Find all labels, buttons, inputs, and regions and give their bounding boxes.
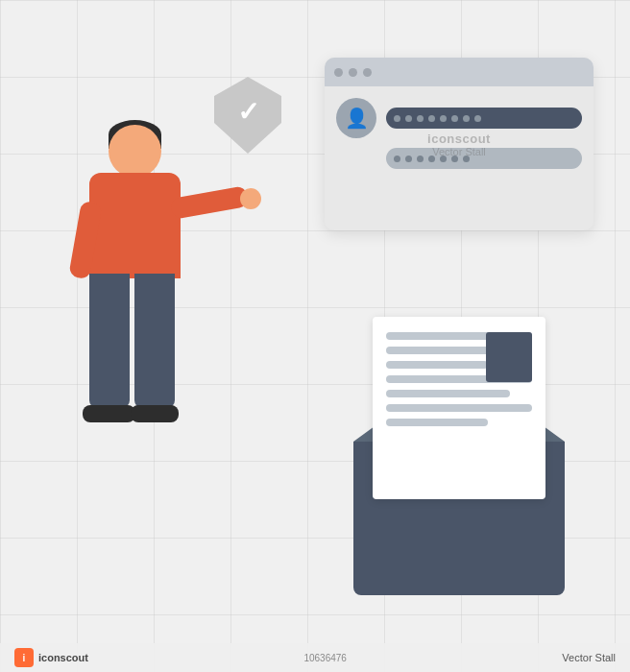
input-dot [428,115,435,122]
input-dot [451,115,458,122]
pass-dot [428,156,435,162]
browser-login-card: 👤 [325,58,594,230]
browser-content: 👤 [325,86,594,180]
shield-icon: ✓ [214,77,281,154]
letter-paper [373,317,545,499]
user-icon: 👤 [345,107,369,130]
main-container: ✓ 👤 [0,0,630,672]
login-password-row [336,148,582,169]
login-avatar: 👤 [336,98,376,138]
browser-dot-3 [363,68,372,77]
input-dot [440,115,447,122]
person-figure [56,125,209,547]
bottom-bar: i iconscout 10636476 Vector Stall [0,643,630,672]
person-hand-right [240,188,261,209]
shield-shape: ✓ [214,77,281,154]
person-pants-left [89,274,130,408]
person-arm-right [170,185,250,220]
brand-iconscout: i iconscout [14,648,88,667]
input-dot [405,115,412,122]
checkmark-icon: ✓ [237,96,259,128]
browser-titlebar [325,58,594,86]
login-username-row: 👤 [336,98,582,138]
pass-dot [451,156,458,162]
iconscout-logo: i [14,648,34,667]
envelope [353,374,565,595]
input-dot [394,115,400,122]
input-dot [463,115,470,122]
person-head [109,125,161,178]
letter-image-block [486,332,532,382]
input-dot [474,115,481,122]
letter-line [386,419,488,426]
pass-dot [394,156,400,162]
input-dot [417,115,424,122]
pass-dot [440,156,447,162]
person-body [89,173,181,278]
username-input-bar [386,108,582,129]
brand-name: iconscout [38,652,88,663]
illustration-scene: ✓ 👤 [36,48,594,624]
password-input-bar [386,148,582,169]
person-pants-right [134,274,175,408]
person-shoe-right [131,405,179,422]
letter-line [386,404,532,412]
pass-dot [463,156,470,162]
letter-line [386,361,488,369]
letter-line [386,390,510,397]
browser-dot-2 [349,68,357,77]
attribution-text: Vector Stall [562,652,616,663]
pass-dot [405,156,412,162]
asset-id: 10636476 [303,653,347,663]
browser-dot-1 [334,68,343,77]
pass-dot [417,156,424,162]
person-shoe-left [83,405,135,422]
